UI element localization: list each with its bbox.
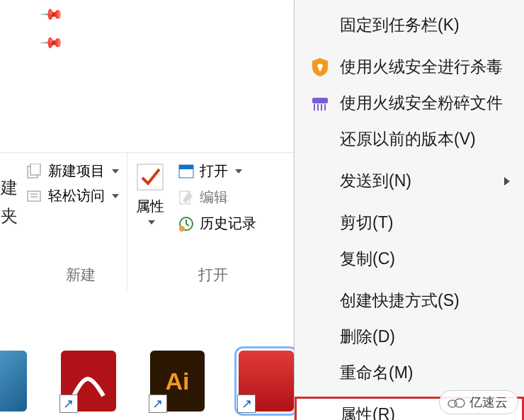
menu-rename[interactable]: 重命名(M) [295,355,524,391]
edit-label: 编辑 [200,188,228,207]
open-button[interactable]: 打开 [176,159,258,183]
easy-access-label: 轻松访问 [48,186,105,205]
menu-send-to[interactable]: 发送到(N) [295,163,524,199]
menu-label: 剪切(T) [340,212,510,234]
menu-label: 发送到(N) [340,170,494,192]
shortcut-arrow-icon: ↗ [59,395,78,413]
group-label-open: 打开 [198,265,228,285]
desktop-icon-adobe-reader[interactable]: ↗ [61,351,116,412]
desktop-icon-selected[interactable]: ↗ [239,351,294,412]
svg-rect-5 [137,164,163,190]
edit-icon [177,188,195,207]
ribbon-group-labels: 新建 打开 [0,265,294,285]
content-area: 📌 📌 [0,0,294,53]
submenu-arrow-icon [504,177,510,186]
watermark: 亿速云 [439,390,518,414]
new-item-icon [25,162,44,181]
properties-button[interactable]: 属性 [132,159,169,227]
easy-access-button[interactable]: 轻松访问 [24,183,120,208]
open-label: 打开 [200,161,228,181]
svg-point-10 [179,226,185,232]
menu-huorong-scan[interactable]: 使用火绒安全进行杀毒 [295,49,524,85]
menu-copy[interactable]: 复制(C) [295,241,524,277]
history-button[interactable]: 历史记录 [176,211,258,236]
shortcut-arrow-icon: ↗ [237,395,256,413]
edit-button[interactable]: 编辑 [176,185,258,210]
ribbon: 新建项目 轻松访问 属性 [0,53,294,290]
watermark-label: 亿速云 [469,394,508,411]
history-label: 历史记录 [200,214,256,233]
desktop-icon-globe[interactable] [0,351,27,412]
cloud-icon [447,396,465,409]
svg-rect-11 [312,98,328,103]
menu-label: 使用火绒安全粉碎文件 [340,92,510,114]
menu-huorong-shred[interactable]: 使用火绒安全粉碎文件 [295,85,524,121]
context-menu: 固定到任务栏(K) 使用火绒安全进行杀毒 使用火绒安全粉碎文件 还原以前的版本(… [294,0,524,420]
group-label-new: 新建 [66,265,96,285]
svg-rect-7 [179,165,193,169]
shredder-icon [310,93,330,113]
pin-icon: 📌 [39,1,64,26]
menu-label: 创建快捷方式(S) [340,290,510,312]
chevron-down-icon [148,220,155,225]
properties-label: 属性 [136,197,164,216]
menu-label: 重命名(M) [340,362,510,384]
desktop-icon-illustrator[interactable]: Ai ↗ [150,351,205,412]
shortcut-arrow-icon: ↗ [149,395,167,413]
chevron-down-icon [235,169,242,174]
new-item-label: 新建项目 [48,161,105,181]
chevron-down-icon [112,194,119,198]
chevron-down-icon [112,169,119,174]
illustrator-label: Ai [165,368,189,395]
menu-create-shortcut[interactable]: 创建快捷方式(S) [295,283,524,319]
history-icon [177,215,195,233]
open-window-icon [177,162,195,181]
svg-rect-2 [28,191,40,201]
new-item-button[interactable]: 新建项目 [24,159,120,183]
menu-label: 复制(C) [340,248,510,270]
checkmark-icon [135,161,166,193]
shield-icon [310,57,330,77]
menu-delete[interactable]: 删除(D) [295,319,524,355]
menu-label: 删除(D) [340,326,510,348]
menu-restore-previous[interactable]: 还原以前的版本(V) [295,121,524,157]
svg-point-17 [455,399,465,407]
pin-icon: 📌 [39,30,64,55]
menu-pin-taskbar[interactable]: 固定到任务栏(K) [295,7,524,43]
menu-cut[interactable]: 剪切(T) [295,205,524,241]
menu-label: 使用火绒安全进行杀毒 [340,56,510,78]
svg-rect-1 [30,164,40,175]
easy-access-icon [25,187,44,205]
desktop-icons-row: ↗ Ai ↗ ↗ [0,331,294,420]
menu-label: 还原以前的版本(V) [340,128,510,150]
menu-label: 固定到任务栏(K) [340,14,510,36]
